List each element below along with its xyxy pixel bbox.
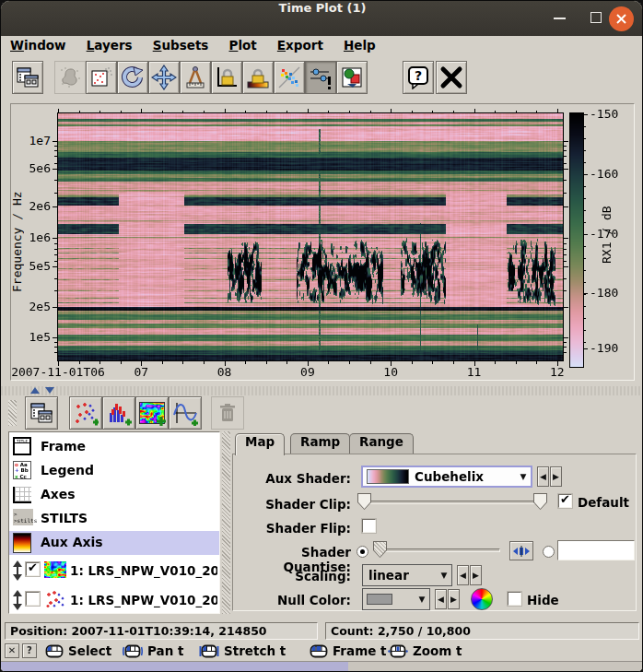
export-image-button[interactable] [336,61,368,94]
scaling-combo[interactable]: linear ▼ [362,564,452,586]
tool-select[interactable]: Select [45,643,111,659]
default-checkbox[interactable] [558,494,572,508]
help-button[interactable]: ? [403,61,434,94]
aux-shader-next-button[interactable]: ▶ [550,466,562,487]
hide-checkbox[interactable] [508,592,521,606]
shader-clip-high-thumb[interactable] [533,493,547,510]
lock-aux-range-button[interactable] [242,61,274,94]
aux-shader-prev-button[interactable]: ◀ [537,466,549,487]
shader-flip-checkbox[interactable] [362,519,376,533]
color-wheel-button[interactable] [471,588,493,610]
quantise-text-field[interactable] [557,540,635,560]
aux-shader-combo[interactable]: Cubehelix ▼ [361,466,532,488]
measure-distance-button[interactable] [180,61,211,94]
y-major-tick [53,266,58,267]
shader-clip-track[interactable] [364,501,541,504]
default-label: Default [578,495,629,510]
list-item-aux-axis[interactable]: Aux Axis [9,531,219,555]
tab-map[interactable]: Map [235,433,285,455]
scaling-prev-button[interactable]: ◀ [457,565,469,585]
replot-button[interactable] [117,61,148,94]
main-toolbar: ? [1,58,643,99]
list-item-axes[interactable]: Axes [9,483,219,507]
reorder-handle-icon[interactable] [12,560,23,581]
new-plot-window-button[interactable] [12,61,43,94]
layer-row-spectrogram[interactable]: 1: LRS_NPW_V010_20071101 [9,557,219,584]
colorbar-minor-tick [583,282,586,283]
resize-plot-button[interactable] [148,61,180,94]
fit-arrows-icon [513,546,530,557]
layer-row-scatter[interactable]: 1: LRS_NPW_V010_20071101 [9,586,219,614]
x-minor-tick [328,361,329,364]
nav-close-button[interactable]: ✕ [5,643,19,658]
quantise-text-radio[interactable] [543,546,555,558]
y-minor-tick [563,261,567,262]
mouse-pan-icon [123,644,143,658]
nav-help-button[interactable]: ? [22,643,37,658]
list-item-stilts[interactable]: >>stilts STILTS [9,507,219,531]
null-color-prev-button[interactable]: ◀ [435,589,447,609]
layer-visible-checkbox[interactable] [26,562,40,576]
quantise-track[interactable] [375,548,500,552]
show-progress-button[interactable] [305,61,336,94]
toolbar-drag-handle[interactable] [8,400,17,426]
menu-plot[interactable]: Plot [229,38,257,53]
tool-zoom-t[interactable]: Zoom t [388,643,462,659]
x-minor-tick [99,361,100,364]
progress-fill [1,662,348,672]
tool-frame-t[interactable]: Frame t [310,643,387,659]
null-color-next-button[interactable]: ▶ [448,589,460,609]
subset-from-visible-button[interactable] [86,61,117,94]
quantise-slider-radio[interactable] [357,546,368,558]
layer-visible-checkbox[interactable] [26,592,40,606]
x-minor-tick [225,361,226,364]
minimize-button[interactable] [548,8,570,29]
titlebar[interactable]: Time Plot (1) [1,1,643,36]
spectrogram-plot[interactable] [58,113,563,360]
splitter-up-icon[interactable] [30,387,40,394]
mouse-left-button-icon [45,644,64,658]
x-minor-tick [516,361,517,364]
tab-range[interactable]: Range [349,433,414,454]
plot-window-list-icon [29,401,53,425]
menu-layers[interactable]: Layers [87,38,133,53]
tab-ramp[interactable]: Ramp [290,433,350,454]
add-spectrogram-layer-button[interactable] [135,396,169,430]
panel-divider[interactable] [222,431,230,614]
plot-window-list-button[interactable] [25,396,58,430]
splitter-down-icon[interactable] [45,387,54,394]
tool-stretch-t[interactable]: Stretch t [199,643,286,659]
y-minor-tick [54,342,58,343]
x-minor-tick [536,111,537,113]
blob-icon [58,65,82,89]
menu-export[interactable]: Export [277,38,323,53]
add-function-layer-button[interactable] [169,396,202,430]
close-window-button[interactable] [436,61,467,94]
list-item-legend[interactable]: o Aa+ Bbx Cc Legend [9,459,219,483]
reorder-handle-icon[interactable] [12,590,23,610]
close-button[interactable] [609,6,634,31]
tool-pan-t[interactable]: Pan t [123,643,183,659]
scaling-next-button[interactable]: ▶ [470,565,482,585]
x-tick-label: 2007-11-01T06 [11,365,105,379]
list-item-frame[interactable]: TITLE Frame [9,435,219,459]
add-histogram-layer-button[interactable] [102,396,135,430]
sketch-frames-button[interactable] [274,61,305,94]
navigation-bar: ✕ ? Select Pan t [1,641,643,661]
add-position-layer-button[interactable] [69,396,102,430]
y-major-tick [53,206,58,207]
quantise-fit-button[interactable] [509,541,533,560]
shader-clip-low-thumb[interactable] [357,493,371,510]
menu-subsets[interactable]: Subsets [153,38,209,53]
x-minor-tick [412,361,413,364]
splitter[interactable] [1,386,643,395]
quantise-thumb[interactable] [373,541,387,558]
scaling-value: linear [368,568,409,583]
menu-window[interactable]: Window [10,38,66,53]
maximize-button[interactable] [585,8,607,29]
menu-help[interactable]: Help [344,38,376,53]
x-minor-tick [225,111,226,113]
aux-shader-value: Cubehelix [415,469,484,484]
null-color-combo[interactable]: ▼ [362,588,430,610]
lock-axes-button[interactable] [211,61,242,94]
